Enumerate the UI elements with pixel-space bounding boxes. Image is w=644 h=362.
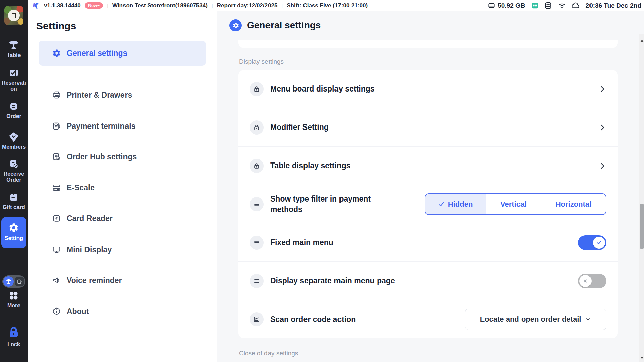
fixed-main-menu-toggle[interactable] (578, 235, 606, 250)
row-title: Display separate main menu page (270, 276, 395, 286)
sidebar-item-more[interactable]: More (0, 290, 28, 309)
setting-gear-icon (8, 222, 19, 233)
scrolled-card-remnant (238, 40, 618, 48)
menu-item-label: E-Scale (67, 183, 95, 192)
menu-item-voice-reminder[interactable]: Voice reminder (39, 268, 206, 293)
option-vertical[interactable]: Vertical (486, 194, 541, 214)
scan-order-action-select[interactable]: Locate and open order detail (465, 309, 606, 330)
sidebar-item-order[interactable]: Order (0, 101, 28, 119)
store-logo[interactable] (4, 6, 23, 25)
lock-icon (253, 85, 260, 93)
menu-item-printer-drawers[interactable]: Printer & Drawers (39, 82, 206, 107)
type-filter-segmented-control: Hidden Vertical Horizontal (425, 193, 606, 215)
setting-row-show-type-filter: Show type filter in payment methods Hidd… (238, 185, 618, 223)
sidebar-item-lock[interactable]: Lock (0, 326, 28, 348)
scroll-up-arrow[interactable] (639, 38, 644, 43)
setting-row-menu-board-display[interactable]: Menu board display settings (238, 70, 618, 108)
order-icon (8, 101, 19, 112)
payment-terminal-icon (52, 122, 61, 131)
hard-drive-icon (488, 2, 495, 9)
menu-item-label: Printer & Drawers (67, 90, 132, 100)
info-icon (52, 307, 61, 316)
check-icon (438, 201, 445, 208)
scrollbar-thumb[interactable] (640, 204, 644, 249)
settings-menu-panel: Settings General settings Printer & Draw… (28, 11, 217, 362)
setting-row-modifier-setting[interactable]: Modifier Setting (238, 108, 618, 147)
chevron-right-icon (598, 123, 606, 132)
row-title: Show type filter in payment methods (270, 194, 389, 214)
new-badge: New~ (85, 2, 103, 9)
menu-item-order-hub-settings[interactable]: Order Hub settings (39, 144, 206, 169)
lock-icon (253, 162, 260, 170)
new-document-icon (17, 279, 22, 284)
scale-icon (52, 183, 61, 192)
menu-item-label: Voice reminder (67, 276, 122, 285)
printer-queue-icon[interactable] (531, 2, 539, 9)
cloud-icon[interactable] (572, 1, 580, 10)
sidebar-item-receive-order[interactable]: Receive Order (0, 158, 28, 183)
setting-row-table-display[interactable]: Table display settings (238, 147, 618, 185)
sidebar-item-members[interactable]: Members (0, 132, 28, 150)
menu-item-label: General settings (67, 49, 127, 58)
display-separate-menu-toggle[interactable] (578, 274, 606, 288)
content-header: General settings (229, 19, 321, 31)
app-sidebar: Table Reservation Order Members (0, 0, 28, 362)
sidebar-item-setting[interactable]: Setting (1, 217, 26, 248)
vertical-scrollbar[interactable] (639, 34, 644, 362)
section-label-display-settings: Display settings (239, 58, 284, 65)
order-hub-icon (52, 152, 61, 161)
setting-row-scan-order-code: Scan order code action Locate and open o… (238, 300, 618, 338)
sidebar-item-gift-card[interactable]: Gift card (0, 192, 28, 210)
storage-indicator: 50.92 GB (488, 2, 525, 9)
menu-item-mini-display[interactable]: Mini Display (39, 237, 206, 262)
card-reader-icon (52, 214, 61, 223)
gear-icon (232, 22, 239, 29)
option-hidden[interactable]: Hidden (425, 194, 486, 214)
sidebar-item-table[interactable]: Table (0, 40, 28, 58)
wifi-icon[interactable] (558, 2, 566, 10)
general-settings-badge (229, 19, 242, 31)
sidebar-item-label: Setting (1, 235, 26, 241)
printer-icon (52, 90, 61, 99)
option-horizontal[interactable]: Horizontal (541, 194, 606, 214)
mode-switcher (2, 275, 25, 288)
menu-item-label: Order Hub settings (67, 152, 137, 161)
menu-item-about[interactable]: About (39, 299, 206, 324)
settings-panel-title: Settings (36, 20, 76, 32)
gear-icon (52, 49, 61, 58)
separator: | (107, 3, 108, 8)
sidebar-item-reservation[interactable]: Reservation (0, 68, 28, 92)
menu-item-payment-terminals[interactable]: Payment terminals (39, 114, 206, 139)
mini-display-icon (52, 245, 61, 254)
row-title: Scan order code action (270, 314, 356, 324)
app-logo-icon (32, 2, 40, 10)
drag-handle-badge (250, 274, 264, 288)
status-icons-cluster: 50.92 GB 20:36 Tue Dec 2nd (488, 1, 641, 10)
selected-option-label: Locate and open order detail (480, 315, 581, 324)
menu-item-label: About (67, 307, 89, 316)
row-title: Modifier Setting (270, 122, 329, 132)
drag-handle-badge (250, 197, 264, 211)
shift-label: Shift: Class Five (17:00-21:00) (287, 2, 368, 9)
menu-item-card-reader[interactable]: Card Reader (39, 206, 206, 231)
new-order-mode-button[interactable] (15, 277, 24, 286)
storage-label: 50.92 GB (498, 2, 525, 9)
lock-badge (250, 82, 264, 96)
general-settings-content: General settings Display settings Menu b… (217, 11, 644, 362)
chevron-right-icon (598, 162, 606, 170)
chevron-right-icon (598, 85, 606, 93)
scan-list-icon (253, 316, 260, 323)
toggle-knob (593, 237, 605, 249)
menu-item-label: Mini Display (67, 245, 112, 254)
table-icon (8, 40, 19, 50)
more-icon (8, 290, 19, 301)
menu-lines-icon (253, 239, 260, 246)
database-icon[interactable] (544, 2, 552, 9)
row-title: Fixed main menu (270, 237, 333, 247)
gift-card-icon (8, 192, 19, 203)
x-icon (582, 278, 588, 284)
menu-item-e-scale[interactable]: E-Scale (39, 175, 206, 200)
table-mode-button[interactable] (3, 276, 14, 287)
menu-item-general-settings[interactable]: General settings (39, 41, 206, 66)
scroll-down-arrow[interactable] (639, 355, 644, 360)
